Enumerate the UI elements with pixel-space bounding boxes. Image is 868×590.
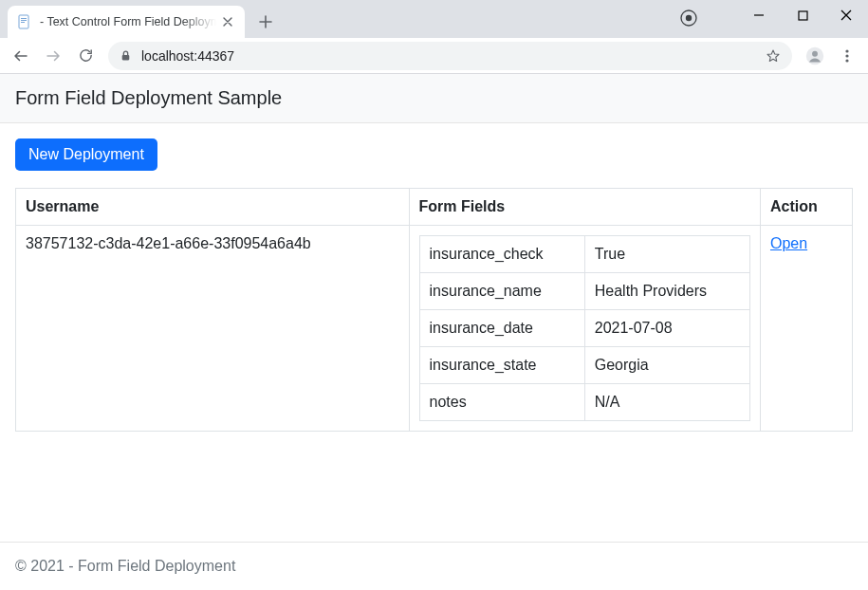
field-row: notes N/A [419,384,749,421]
menu-button[interactable] [832,41,862,71]
browser-chrome: - Text Control Form Field Deployment [0,0,868,74]
svg-point-10 [845,49,848,52]
window-close-button[interactable] [824,0,868,30]
address-bar[interactable]: localhost:44367 [108,42,792,70]
cell-form-fields: insurance_check True insurance_name Heal… [409,226,760,432]
new-deployment-button[interactable]: New Deployment [15,138,157,171]
form-fields-table: insurance_check True insurance_name Heal… [419,235,750,421]
tab-title: - Text Control Form Field Deployment [40,15,216,28]
browser-tab[interactable]: - Text Control Form Field Deployment [8,6,245,38]
field-key: insurance_check [419,236,584,273]
main-container: New Deployment Username Form Fields Acti… [0,123,868,542]
field-key: insurance_date [419,310,584,347]
bookmark-star-icon[interactable] [766,48,781,64]
field-row: insurance_check True [419,236,749,273]
col-form-fields: Form Fields [409,189,760,226]
profile-button[interactable] [800,41,830,71]
field-row: insurance_date 2021-07-08 [419,310,749,347]
field-key: insurance_state [419,347,584,384]
field-value: N/A [584,384,749,421]
cell-username: 38757132-c3da-42e1-a66e-33f0954a6a4b [16,226,410,432]
svg-point-12 [845,59,848,62]
window-controls [737,0,868,30]
window-minimize-button[interactable] [737,0,781,30]
field-value: Health Providers [584,273,749,310]
field-value: True [584,236,749,273]
footer-text: © 2021 - Form Field Deployment [15,558,235,574]
svg-rect-7 [122,55,130,60]
lock-icon [120,49,132,62]
browser-toolbar: localhost:44367 [0,38,868,74]
account-indicator-icon[interactable] [680,9,697,27]
svg-point-5 [686,15,692,21]
field-row: insurance_state Georgia [419,347,749,384]
nav-forward-button[interactable] [38,41,68,71]
favicon-icon [17,14,32,29]
page-content: Form Field Deployment Sample New Deploym… [0,74,868,590]
tab-close-icon[interactable] [220,14,235,29]
svg-rect-6 [799,11,807,20]
svg-rect-3 [21,22,25,23]
nav-reload-button[interactable] [70,41,101,71]
cell-action: Open [760,226,852,432]
table-header-row: Username Form Fields Action [16,189,853,226]
field-row: insurance_name Health Providers [419,273,749,310]
table-row: 38757132-c3da-42e1-a66e-33f0954a6a4b ins… [16,226,853,432]
app-navbar: Form Field Deployment Sample [0,74,868,123]
svg-point-9 [812,50,818,56]
svg-rect-1 [21,18,27,19]
page-title: Form Field Deployment Sample [15,87,282,108]
window-maximize-button[interactable] [781,0,824,30]
new-tab-button[interactable] [252,9,279,35]
field-value: Georgia [584,347,749,384]
open-link[interactable]: Open [770,235,807,251]
svg-point-11 [845,54,848,57]
deployments-table: Username Form Fields Action 38757132-c3d… [15,188,853,432]
field-value: 2021-07-08 [584,310,749,347]
field-key: insurance_name [419,273,584,310]
col-username: Username [16,189,410,226]
svg-rect-2 [21,20,27,21]
field-key: notes [419,384,584,421]
nav-back-button[interactable] [6,41,36,71]
page-footer: © 2021 - Form Field Deployment [0,542,868,590]
col-action: Action [760,189,852,226]
url-text: localhost:44367 [141,48,756,64]
